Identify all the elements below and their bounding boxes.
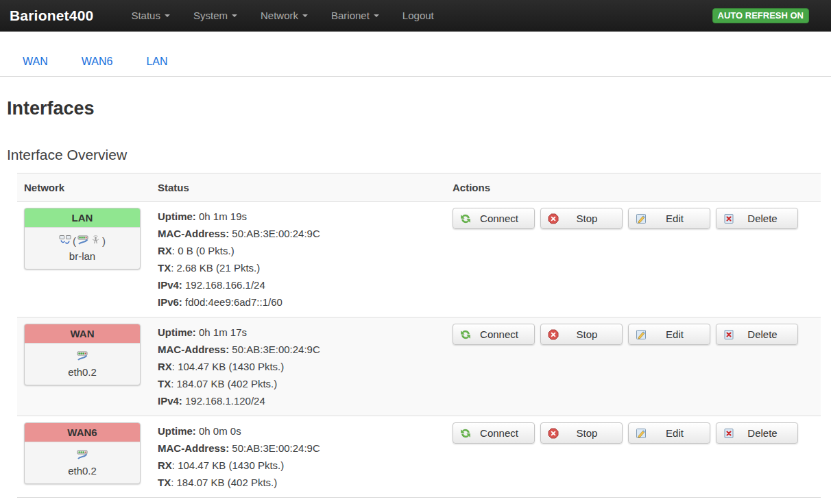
status-ipv4: IPv4: 192.168.166.1/24 bbox=[158, 276, 439, 293]
connect-button[interactable]: Connect bbox=[453, 324, 535, 345]
delete-icon bbox=[723, 213, 734, 224]
interface-name-badge: WAN6 bbox=[25, 423, 140, 442]
page-title: Interfaces bbox=[7, 98, 831, 119]
nav-item-label: Network bbox=[261, 10, 298, 21]
bridge-icon bbox=[59, 235, 71, 247]
status-ipv4: IPv4: 192.168.1.120/24 bbox=[158, 392, 439, 409]
status-tx: TX: 184.07 KB (402 Pkts.) bbox=[158, 375, 439, 392]
nav-item-system[interactable]: System bbox=[182, 0, 249, 31]
interface-name-badge: LAN bbox=[25, 208, 140, 228]
column-header-status: Status bbox=[151, 173, 446, 202]
interface-card-lan[interactable]: LAN ( ) bbox=[24, 208, 141, 269]
stop-button[interactable]: Stop bbox=[540, 324, 623, 345]
refresh-icon bbox=[460, 213, 471, 224]
table-row-wan: WAN eth0.2 Uptime: 0h 1m 17s MAC-Address… bbox=[17, 317, 821, 416]
nav-item-status[interactable]: Status bbox=[119, 0, 182, 31]
device-name: br-lan bbox=[27, 250, 137, 262]
device-name: eth0.2 bbox=[27, 366, 137, 378]
connect-button[interactable]: Connect bbox=[453, 422, 535, 444]
tab-lan[interactable]: LAN bbox=[146, 56, 167, 68]
delete-button[interactable]: Delete bbox=[716, 324, 798, 345]
edit-icon bbox=[636, 329, 647, 340]
status-ipv6: IPv6: fd0d:4ee9:6ad7::1/60 bbox=[158, 293, 439, 311]
column-header-network: Network bbox=[17, 173, 151, 202]
nav-item-network[interactable]: Network bbox=[249, 0, 320, 31]
nav-menu: Status System Network Barionet Logout bbox=[119, 0, 445, 31]
status-uptime: Uptime: 0h 1m 19s bbox=[158, 208, 439, 225]
edit-icon bbox=[636, 428, 647, 439]
nav-item-barionet[interactable]: Barionet bbox=[320, 0, 391, 31]
delete-icon bbox=[723, 329, 734, 340]
brand-title[interactable]: Barionet400 bbox=[10, 8, 93, 24]
table-row-wan6: WAN6 eth0.2 Uptime: 0h 0m 0s MAC-Address… bbox=[17, 416, 821, 498]
nav-item-label: Status bbox=[131, 10, 160, 21]
paren-close: ) bbox=[102, 235, 106, 247]
connect-button[interactable]: Connect bbox=[453, 208, 535, 229]
interface-overview-table: Network Status Actions LAN ( bbox=[17, 173, 821, 498]
refresh-icon bbox=[460, 329, 471, 340]
table-row-lan: LAN ( ) bbox=[17, 202, 821, 317]
interface-card-wan[interactable]: WAN eth0.2 bbox=[24, 324, 141, 385]
section-title: Interface Overview bbox=[7, 147, 831, 163]
ethernet-switch-icon bbox=[77, 449, 88, 462]
interface-name-badge: WAN bbox=[25, 324, 140, 344]
status-rx: RX: 104.47 KB (1430 Pkts.) bbox=[158, 457, 439, 474]
status-mac: MAC-Address: 50:AB:3E:00:24:9C bbox=[158, 440, 439, 457]
chevron-down-icon bbox=[302, 14, 308, 17]
chevron-down-icon bbox=[232, 14, 237, 17]
interface-tabs: WAN WAN6 LAN bbox=[0, 32, 831, 77]
stop-icon bbox=[548, 213, 559, 224]
status-tx: TX: 2.68 KB (21 Pkts.) bbox=[158, 259, 439, 276]
wifi-icon bbox=[91, 235, 101, 247]
status-uptime: Uptime: 0h 0m 0s bbox=[158, 422, 439, 440]
stop-button[interactable]: Stop bbox=[540, 208, 623, 229]
column-header-actions: Actions bbox=[446, 173, 821, 202]
edit-button[interactable]: Edit bbox=[628, 422, 710, 444]
status-uptime: Uptime: 0h 1m 17s bbox=[158, 324, 439, 341]
interface-card-body: eth0.2 bbox=[25, 442, 140, 483]
status-mac: MAC-Address: 50:AB:3E:00:24:9C bbox=[158, 225, 439, 242]
paren-open: ( bbox=[73, 235, 76, 247]
status-tx: TX: 184.07 KB (402 Pkts.) bbox=[158, 474, 439, 491]
top-navbar: Barionet400 Status System Network Barion… bbox=[0, 0, 831, 32]
interface-card-body: ( ) br-lan bbox=[25, 228, 140, 269]
refresh-icon bbox=[460, 428, 471, 439]
status-rx: RX: 0 B (0 Pkts.) bbox=[158, 242, 439, 259]
nav-item-label: System bbox=[193, 10, 228, 21]
ethernet-switch-icon bbox=[77, 235, 89, 248]
interface-card-body: eth0.2 bbox=[25, 344, 140, 385]
delete-icon bbox=[723, 428, 734, 439]
edit-icon bbox=[636, 213, 647, 224]
tab-wan[interactable]: WAN bbox=[23, 56, 48, 68]
interface-card-wan6[interactable]: WAN6 eth0.2 bbox=[24, 422, 141, 484]
table-header-row: Network Status Actions bbox=[17, 173, 821, 202]
delete-button[interactable]: Delete bbox=[716, 208, 798, 229]
edit-button[interactable]: Edit bbox=[628, 208, 710, 229]
nav-item-label: Barionet bbox=[331, 10, 370, 21]
nav-item-label: Logout bbox=[402, 10, 434, 21]
chevron-down-icon bbox=[165, 14, 170, 17]
chevron-down-icon bbox=[374, 14, 379, 17]
device-name: eth0.2 bbox=[27, 465, 137, 477]
stop-icon bbox=[548, 329, 559, 340]
auto-refresh-badge[interactable]: AUTO REFRESH ON bbox=[712, 8, 809, 23]
delete-button[interactable]: Delete bbox=[716, 422, 798, 444]
ethernet-switch-icon bbox=[77, 350, 88, 363]
nav-item-logout[interactable]: Logout bbox=[391, 0, 446, 31]
stop-button[interactable]: Stop bbox=[540, 422, 623, 444]
edit-button[interactable]: Edit bbox=[628, 324, 710, 345]
status-mac: MAC-Address: 50:AB:3E:00:24:9C bbox=[158, 341, 439, 358]
tab-wan6[interactable]: WAN6 bbox=[82, 56, 113, 68]
stop-icon bbox=[548, 428, 559, 439]
status-rx: RX: 104.47 KB (1430 Pkts.) bbox=[158, 358, 439, 375]
